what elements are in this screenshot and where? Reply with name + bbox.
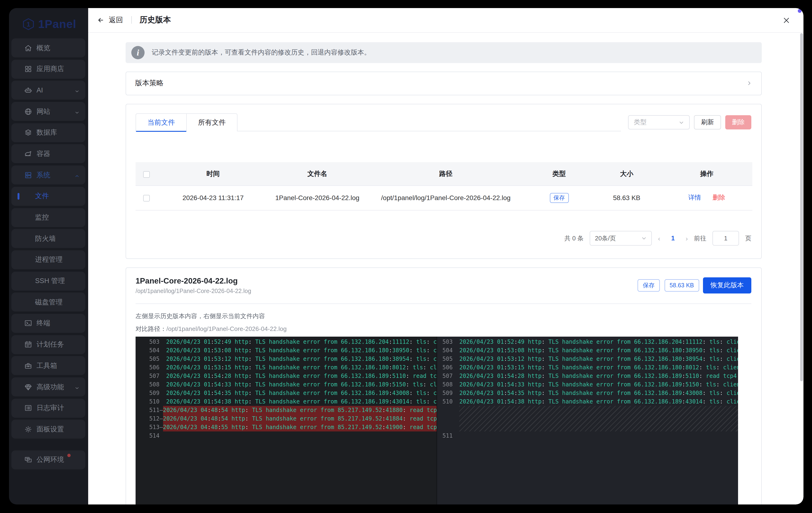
terminal-icon <box>24 319 32 327</box>
gear-icon <box>24 425 32 433</box>
line-number: 506 <box>136 363 160 372</box>
sidebar-item-server[interactable]: 系统 <box>11 166 85 184</box>
sidebar-item-loglist[interactable]: 日志审计 <box>11 399 85 418</box>
drawer-body: i 记录文件变更前的版本，可查看文件内容的修改历史，回退内容修改版本。 版本策略… <box>88 42 803 505</box>
back-button[interactable]: 返回 <box>109 16 123 25</box>
scrollbar-thumb[interactable] <box>800 33 803 381</box>
sidebar-item-SSH 管理[interactable]: SSH 管理 <box>11 272 85 290</box>
line-number: 511 <box>437 431 453 440</box>
page-size-select[interactable]: 20条/页 <box>590 231 652 246</box>
sidebar-item-监控[interactable]: 监控 <box>11 208 85 227</box>
log-line-text: 2026/04/23 01:53:15 http: TLS handshake … <box>459 363 738 372</box>
tab-current-file[interactable]: 当前文件 <box>136 113 187 131</box>
sidebar-item-terminal[interactable]: 终端 <box>11 314 85 333</box>
diff-line: 514 <box>136 431 437 440</box>
sidebar-item-toolbox[interactable]: 工具箱 <box>11 356 85 375</box>
sidebar-item-label: SSH 管理 <box>35 277 65 285</box>
sidebar-item-gear[interactable]: 面板设置 <box>11 420 85 439</box>
compare-path-line: 对比路径：/opt/1panel/log/1Panel-Core-2026-04… <box>136 325 751 333</box>
type-select-placeholder: 类型 <box>634 118 646 126</box>
page-label: 页 <box>745 234 751 243</box>
sidebar-item-calendar[interactable]: 计划任务 <box>11 335 85 354</box>
type-select[interactable]: 类型 <box>628 115 690 130</box>
current-page[interactable]: 1 <box>671 235 675 242</box>
svg-text:1: 1 <box>26 21 30 28</box>
chevron-down-icon <box>75 384 80 390</box>
delete-button[interactable]: 删除 <box>725 115 751 130</box>
log-line-text: 2026/04/23 01:54:33 http: TLS handshake … <box>166 380 437 389</box>
line-number: 505 <box>136 354 160 363</box>
sidebar-item-label: 高级功能 <box>36 382 64 391</box>
col-path: 路径 <box>366 162 526 186</box>
refresh-button[interactable]: 刷新 <box>694 115 721 130</box>
badge-dot <box>67 454 70 457</box>
detail-link[interactable]: 详情 <box>688 194 701 201</box>
removed-marker: — <box>160 415 163 423</box>
drawer-title: 历史版本 <box>140 15 171 25</box>
chevron-down-icon <box>641 236 646 241</box>
sidebar-item-home[interactable]: 概览 <box>11 38 85 57</box>
sidebar-item-windows[interactable]: 公网环境 <box>11 450 85 469</box>
close-icon[interactable] <box>783 17 789 24</box>
toolbox-icon <box>24 362 32 370</box>
back-arrow-icon[interactable] <box>97 17 104 24</box>
sidebar-item-layers[interactable]: 数据库 <box>11 123 85 142</box>
line-number: 503 <box>437 338 453 346</box>
col-type: 类型 <box>526 162 592 186</box>
row-checkbox[interactable] <box>143 195 150 202</box>
logo-text: 1Panel <box>38 18 76 31</box>
diff-line: 5082026/04/23 01:54:33 http: TLS handsha… <box>437 380 738 389</box>
log-line-text: 2026/04/23 01:54:38 http: TLS handshake … <box>459 397 738 406</box>
chevron-right-icon <box>747 81 752 86</box>
sidebar-item-文件[interactable]: 文件 <box>11 187 85 206</box>
sidebar-item-label: 防火墙 <box>35 234 56 243</box>
log-line-text: 2026/04/23 01:54:35 http: TLS handshake … <box>459 389 738 397</box>
compare-path-value: /opt/1panel/log/1Panel-Core-2026-04-22.l… <box>166 325 287 332</box>
chevron-up-icon <box>75 172 80 177</box>
sidebar-item-label: 面板设置 <box>36 425 64 434</box>
select-all-checkbox[interactable] <box>143 171 150 177</box>
tabs-nav: 当前文件 所有文件 <box>136 113 621 131</box>
screen: 1 1Panel 概览应用商店AI网站数据库容器系统文件监控防火墙进程管理SSH… <box>0 0 812 513</box>
sidebar-item-robot[interactable]: AI <box>11 81 85 100</box>
diff-line: 5042026/04/23 01:53:08 http: TLS handsha… <box>437 346 738 354</box>
toolbar: 类型 刷新 删除 <box>628 115 751 130</box>
log-line-text: 2026/04/23 01:53:08 http: TLS handshake … <box>459 346 738 354</box>
restore-version-button[interactable]: 恢复此版本 <box>703 278 751 294</box>
log-line-text: 2026/04/23 01:54:28 http: TLS handshake … <box>459 372 738 380</box>
sidebar-item-grid[interactable]: 应用商店 <box>11 59 85 79</box>
diff-line: 5032026/04/23 01:52:49 http: TLS handsha… <box>136 338 437 346</box>
file-card-buttons: 保存 58.63 KB 恢复此版本 <box>638 278 751 294</box>
line-number: 509 <box>437 389 453 397</box>
logo[interactable]: 1 1Panel <box>22 18 76 31</box>
log-line-text: 2026/04/23 01:54:28 http: TLS handshake … <box>166 372 437 380</box>
diff-left-pane[interactable]: 5032026/04/23 01:52:49 http: TLS handsha… <box>136 337 437 505</box>
sidebar-item-防火墙[interactable]: 防火墙 <box>11 229 85 248</box>
line-number: 510 <box>136 397 160 406</box>
line-number: 514 <box>136 431 160 440</box>
sidebar-item-磁盘管理[interactable]: 磁盘管理 <box>11 293 85 312</box>
sidebar-item-diamond[interactable]: 高级功能 <box>11 377 85 396</box>
sidebar-item-globe[interactable]: 网站 <box>11 102 85 121</box>
delete-link[interactable]: 删除 <box>713 194 725 201</box>
log-line-text: 2026/04/23 04:48:55 http: TLS handshake … <box>163 423 437 431</box>
line-number: 504 <box>136 346 160 354</box>
sidebar-item-label: 系统 <box>36 170 50 179</box>
save-tag[interactable]: 保存 <box>638 280 660 292</box>
chevron-down-icon <box>679 120 684 125</box>
goto-page-input[interactable]: 1 <box>713 231 739 246</box>
tab-all-files[interactable]: 所有文件 <box>187 113 237 131</box>
version-policy-title: 版本策略 <box>135 79 164 88</box>
line-number: 511 <box>136 406 160 415</box>
sidebar-item-whale[interactable]: 容器 <box>11 144 85 163</box>
version-policy-card[interactable]: 版本策略 <box>125 72 761 95</box>
next-page-button[interactable]: › <box>686 234 688 242</box>
cell-filename: 1Panel-Core-2026-04-22.log <box>269 186 366 210</box>
sidebar-item-进程管理[interactable]: 进程管理 <box>11 250 85 269</box>
diff-right-pane[interactable]: 5032026/04/23 01:52:49 http: TLS handsha… <box>437 337 738 505</box>
log-line-text: 2026/04/23 01:53:08 http: TLS handshake … <box>166 346 437 354</box>
prev-page-button[interactable]: ‹ <box>658 234 660 242</box>
line-number: 503 <box>136 338 160 346</box>
log-line-text: 2026/04/23 01:53:12 http: TLS handshake … <box>166 354 437 363</box>
log-line-text: 2026/04/23 04:48:54 http: TLS handshake … <box>163 406 437 415</box>
